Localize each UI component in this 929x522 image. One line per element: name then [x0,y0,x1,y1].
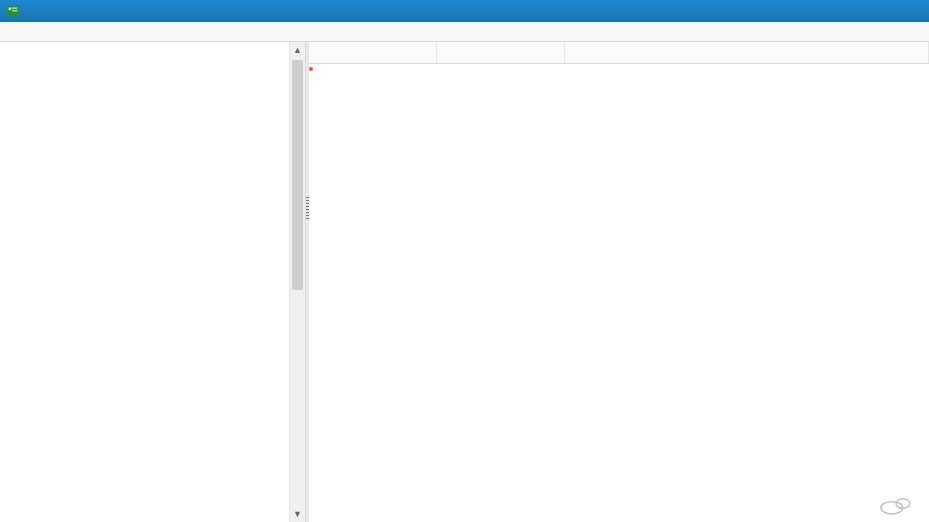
scroll-up-icon[interactable]: ▲ [290,42,305,58]
tree-scrollbar[interactable]: ▲ ▼ [289,42,305,522]
values-header [309,42,929,64]
highlighted-value-outline [309,67,313,71]
menu-file[interactable] [4,30,20,34]
col-name[interactable] [309,42,437,63]
menu-edit[interactable] [22,30,38,34]
menu-favorites[interactable] [58,30,74,34]
menu-help[interactable] [76,30,92,34]
menu-view[interactable] [40,30,56,34]
col-type[interactable] [437,42,565,63]
col-data[interactable] [565,42,929,63]
tree-pane: ▲ ▼ [0,42,306,522]
values-pane [309,42,929,522]
svg-rect-2 [12,8,17,9]
menu-bar [0,22,929,42]
app-icon [4,2,22,20]
svg-rect-3 [12,10,17,11]
scroll-thumb[interactable] [292,60,303,290]
svg-rect-1 [9,8,12,11]
title-bar [0,0,929,22]
scroll-down-icon[interactable]: ▼ [290,506,305,522]
